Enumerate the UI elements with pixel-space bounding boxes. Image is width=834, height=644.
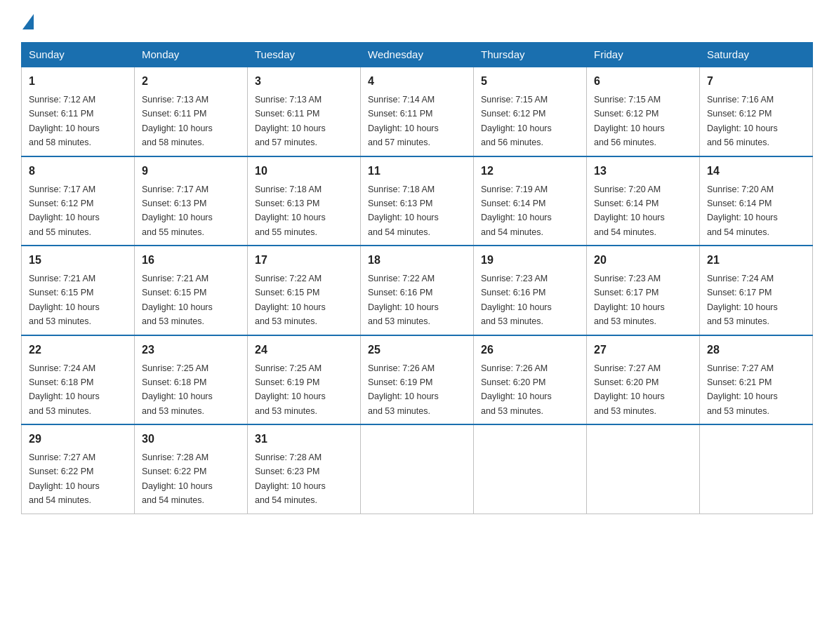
calendar-table: SundayMondayTuesdayWednesdayThursdayFrid… [21,42,813,514]
day-cell: 4Sunrise: 7:14 AMSunset: 6:11 PMDaylight… [361,67,474,156]
page-header [21,14,813,31]
day-number: 14 [707,163,805,180]
day-number: 9 [142,163,240,180]
day-number: 17 [255,252,353,269]
day-number: 19 [481,252,579,269]
header-thursday: Thursday [474,43,587,67]
day-info: Sunrise: 7:25 AMSunset: 6:19 PMDaylight:… [255,363,326,416]
day-cell: 1Sunrise: 7:12 AMSunset: 6:11 PMDaylight… [22,67,135,156]
week-row-1: 1Sunrise: 7:12 AMSunset: 6:11 PMDaylight… [22,67,813,156]
day-cell: 13Sunrise: 7:20 AMSunset: 6:14 PMDayligh… [587,156,700,246]
day-info: Sunrise: 7:20 AMSunset: 6:14 PMDaylight:… [707,185,778,237]
header-saturday: Saturday [700,43,813,67]
day-cell [361,424,474,514]
day-number: 29 [29,431,127,448]
day-cell: 24Sunrise: 7:25 AMSunset: 6:19 PMDayligh… [248,335,361,425]
day-cell: 9Sunrise: 7:17 AMSunset: 6:13 PMDaylight… [135,156,248,246]
day-cell: 23Sunrise: 7:25 AMSunset: 6:18 PMDayligh… [135,335,248,425]
day-cell: 17Sunrise: 7:22 AMSunset: 6:15 PMDayligh… [248,246,361,335]
day-info: Sunrise: 7:17 AMSunset: 6:13 PMDaylight:… [142,185,213,237]
day-cell: 19Sunrise: 7:23 AMSunset: 6:16 PMDayligh… [474,246,587,335]
day-cell: 27Sunrise: 7:27 AMSunset: 6:20 PMDayligh… [587,335,700,425]
day-cell: 20Sunrise: 7:23 AMSunset: 6:17 PMDayligh… [587,246,700,335]
day-info: Sunrise: 7:22 AMSunset: 6:16 PMDaylight:… [368,274,439,326]
day-cell: 7Sunrise: 7:16 AMSunset: 6:12 PMDaylight… [700,67,813,156]
day-cell: 10Sunrise: 7:18 AMSunset: 6:13 PMDayligh… [248,156,361,246]
day-number: 15 [29,252,127,269]
day-cell: 8Sunrise: 7:17 AMSunset: 6:12 PMDaylight… [22,156,135,246]
day-info: Sunrise: 7:13 AMSunset: 6:11 PMDaylight:… [142,95,213,147]
day-number: 16 [142,252,240,269]
day-number: 25 [368,342,466,358]
week-row-2: 8Sunrise: 7:17 AMSunset: 6:12 PMDaylight… [22,156,813,246]
day-cell: 29Sunrise: 7:27 AMSunset: 6:22 PMDayligh… [22,424,135,514]
day-cell: 15Sunrise: 7:21 AMSunset: 6:15 PMDayligh… [22,246,135,335]
day-cell: 28Sunrise: 7:27 AMSunset: 6:21 PMDayligh… [700,335,813,425]
day-number: 10 [255,163,353,180]
day-info: Sunrise: 7:24 AMSunset: 6:18 PMDaylight:… [29,363,100,416]
day-info: Sunrise: 7:12 AMSunset: 6:11 PMDaylight:… [29,95,100,147]
day-cell: 3Sunrise: 7:13 AMSunset: 6:11 PMDaylight… [248,67,361,156]
day-info: Sunrise: 7:26 AMSunset: 6:19 PMDaylight:… [368,363,439,416]
day-info: Sunrise: 7:25 AMSunset: 6:18 PMDaylight:… [142,363,213,416]
header-friday: Friday [587,43,700,67]
logo-triangle-icon [22,14,34,29]
day-number: 20 [594,252,692,269]
day-cell: 21Sunrise: 7:24 AMSunset: 6:17 PMDayligh… [700,246,813,335]
day-cell: 11Sunrise: 7:18 AMSunset: 6:13 PMDayligh… [361,156,474,246]
day-info: Sunrise: 7:15 AMSunset: 6:12 PMDaylight:… [594,95,665,147]
day-number: 3 [255,73,353,90]
logo [21,14,37,31]
day-number: 7 [707,73,805,90]
day-number: 11 [368,163,466,180]
day-cell [474,424,587,514]
day-number: 1 [29,73,127,90]
day-cell: 25Sunrise: 7:26 AMSunset: 6:19 PMDayligh… [361,335,474,425]
day-number: 18 [368,252,466,269]
day-cell: 18Sunrise: 7:22 AMSunset: 6:16 PMDayligh… [361,246,474,335]
day-number: 28 [707,342,805,358]
day-cell [700,424,813,514]
day-number: 22 [29,342,127,358]
day-info: Sunrise: 7:14 AMSunset: 6:11 PMDaylight:… [368,95,439,147]
day-number: 23 [142,342,240,358]
week-row-4: 22Sunrise: 7:24 AMSunset: 6:18 PMDayligh… [22,335,813,425]
day-info: Sunrise: 7:20 AMSunset: 6:14 PMDaylight:… [594,185,665,237]
day-cell: 2Sunrise: 7:13 AMSunset: 6:11 PMDaylight… [135,67,248,156]
day-info: Sunrise: 7:27 AMSunset: 6:22 PMDaylight:… [29,452,100,505]
day-info: Sunrise: 7:19 AMSunset: 6:14 PMDaylight:… [481,185,552,237]
day-info: Sunrise: 7:21 AMSunset: 6:15 PMDaylight:… [142,274,213,326]
day-cell [587,424,700,514]
day-info: Sunrise: 7:18 AMSunset: 6:13 PMDaylight:… [255,185,326,237]
day-number: 24 [255,342,353,358]
day-number: 4 [368,73,466,90]
day-info: Sunrise: 7:17 AMSunset: 6:12 PMDaylight:… [29,185,100,237]
day-info: Sunrise: 7:15 AMSunset: 6:12 PMDaylight:… [481,95,552,147]
day-number: 30 [142,431,240,448]
day-info: Sunrise: 7:16 AMSunset: 6:12 PMDaylight:… [707,95,778,147]
day-cell: 31Sunrise: 7:28 AMSunset: 6:23 PMDayligh… [248,424,361,514]
day-number: 26 [481,342,579,358]
week-row-3: 15Sunrise: 7:21 AMSunset: 6:15 PMDayligh… [22,246,813,335]
day-info: Sunrise: 7:28 AMSunset: 6:22 PMDaylight:… [142,452,213,505]
day-info: Sunrise: 7:13 AMSunset: 6:11 PMDaylight:… [255,95,326,147]
day-cell: 22Sunrise: 7:24 AMSunset: 6:18 PMDayligh… [22,335,135,425]
header-monday: Monday [135,43,248,67]
day-info: Sunrise: 7:27 AMSunset: 6:21 PMDaylight:… [707,363,778,416]
day-info: Sunrise: 7:28 AMSunset: 6:23 PMDaylight:… [255,452,326,505]
day-number: 27 [594,342,692,358]
day-number: 6 [594,73,692,90]
day-info: Sunrise: 7:26 AMSunset: 6:20 PMDaylight:… [481,363,552,416]
day-info: Sunrise: 7:27 AMSunset: 6:20 PMDaylight:… [594,363,665,416]
week-row-5: 29Sunrise: 7:27 AMSunset: 6:22 PMDayligh… [22,424,813,514]
day-cell: 5Sunrise: 7:15 AMSunset: 6:12 PMDaylight… [474,67,587,156]
day-number: 13 [594,163,692,180]
header-sunday: Sunday [22,43,135,67]
header-wednesday: Wednesday [361,43,474,67]
day-cell: 26Sunrise: 7:26 AMSunset: 6:20 PMDayligh… [474,335,587,425]
calendar-header-row: SundayMondayTuesdayWednesdayThursdayFrid… [22,43,813,67]
day-info: Sunrise: 7:24 AMSunset: 6:17 PMDaylight:… [707,274,778,326]
day-number: 2 [142,73,240,90]
day-info: Sunrise: 7:21 AMSunset: 6:15 PMDaylight:… [29,274,100,326]
day-number: 31 [255,431,353,448]
